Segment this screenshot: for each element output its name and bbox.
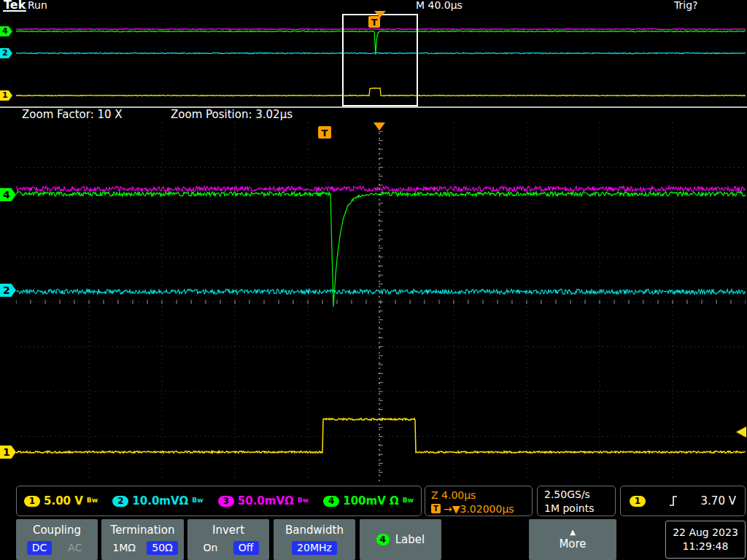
datetime-display: 22 Aug 2023 11:29:48 xyxy=(665,521,746,559)
ch2-readout[interactable]: 2 10.0mVΩ Bw xyxy=(112,494,203,508)
zoom-factor-readout: Zoom Factor: 10 X xyxy=(22,109,123,121)
coupling-dc-option[interactable]: DC xyxy=(27,541,53,555)
top-status-bar: Tek Run M 40.0µs Trig? xyxy=(0,0,747,12)
channel-readouts-box: 1 5.00 V Bw 2 10.0mVΩ Bw 3 50.0mVΩ Bw 4 … xyxy=(16,486,422,516)
coupling-button[interactable]: Coupling DC AC xyxy=(16,519,98,560)
acquisition-status: Run xyxy=(28,0,47,11)
more-button[interactable]: ▲ More xyxy=(529,519,616,560)
termination-1mohm-option[interactable]: 1MΩ xyxy=(107,541,141,555)
tek-logo: Tek xyxy=(3,0,26,12)
oscilloscope-screen: Tek Run M 40.0µs Trig? T 4 2 1 Zoom Fact… xyxy=(0,0,747,560)
ch1-position-marker[interactable]: 1 xyxy=(0,446,16,459)
zoom-center-marker[interactable] xyxy=(374,122,385,131)
ch4-badge: 4 xyxy=(323,496,339,507)
ch1-badge: 1 xyxy=(24,496,40,507)
ch4-trace xyxy=(16,192,746,307)
up-arrow-icon: ▲ xyxy=(570,529,576,536)
trigger-level-readout: 3.70 V xyxy=(701,494,736,508)
trigger-time-flag-label: T xyxy=(322,128,328,139)
ch2-scale: 10.0mVΩ xyxy=(132,494,188,508)
ch4-bandwidth-limit-icon: Bw xyxy=(403,497,414,504)
ch1-readout[interactable]: 1 5.00 V Bw xyxy=(24,494,98,508)
ch2-position-marker[interactable]: 2 xyxy=(0,284,16,297)
ch4-scale: 100mV Ω xyxy=(343,494,399,508)
ch3-scale: 50.0mVΩ xyxy=(238,494,294,508)
status-bar: 1 5.00 V Bw 2 10.0mVΩ Bw 3 50.0mVΩ Bw 4 … xyxy=(0,484,747,519)
invert-button[interactable]: Invert On Off xyxy=(187,519,269,560)
ch3-trace xyxy=(16,187,746,192)
invert-title: Invert xyxy=(187,524,269,537)
label-button[interactable]: 4 Label xyxy=(360,519,441,560)
trigger-source-badge: 1 xyxy=(630,496,646,507)
bandwidth-button[interactable]: Bandwidth 20MHz xyxy=(274,519,355,560)
coupling-ac-option[interactable]: AC xyxy=(63,541,87,555)
zoom-position-readout: Zoom Position: 3.02µs xyxy=(171,109,293,121)
invert-on-option[interactable]: On xyxy=(198,541,222,555)
ov-ch3-trace xyxy=(16,28,746,29)
overview-waveform-area: T xyxy=(0,11,747,109)
more-title: More xyxy=(559,537,586,551)
termination-button[interactable]: Termination 1MΩ 50Ω xyxy=(101,519,184,560)
overview-trigger-flag-label: T xyxy=(371,18,378,28)
zoom-scale-readout: Z 4.00µs xyxy=(431,489,476,501)
zoom-waveform-area: T xyxy=(16,122,746,481)
ch2-bandwidth-limit-icon: Bw xyxy=(192,497,203,504)
bottom-menu-bar: Coupling DC AC Termination 1MΩ 50Ω Inver… xyxy=(0,519,747,560)
ch3-readout[interactable]: 3 50.0mVΩ Bw xyxy=(218,494,309,508)
trigger-to-center-readout: →▼3.02000µs xyxy=(444,503,514,515)
main-timebase-readout: M 40.0µs xyxy=(416,0,462,11)
ch1-trace xyxy=(16,419,746,454)
sample-rate-readout: 2.50GS/s xyxy=(544,488,608,502)
trigger-icon: T xyxy=(431,504,441,513)
time-readout: 11:29:48 xyxy=(683,540,729,553)
termination-title: Termination xyxy=(101,524,184,537)
ch3-badge: 3 xyxy=(218,496,234,507)
ov-ch1-trace xyxy=(16,88,746,96)
rising-edge-icon xyxy=(668,494,678,508)
label-title: Label xyxy=(395,533,425,546)
ch3-bandwidth-limit-icon: Bw xyxy=(298,497,309,504)
ov-ch2-trace xyxy=(16,52,746,53)
acquisition-box: 2.50GS/s 1M points xyxy=(537,486,616,516)
invert-off-option[interactable]: Off xyxy=(233,541,259,555)
zoom-scale-box: Z 4.00µs T →▼3.02000µs xyxy=(425,486,533,516)
ch4-position-marker[interactable]: 4 xyxy=(0,188,16,201)
label-channel-badge: 4 xyxy=(376,534,390,545)
trigger-readout-box: 1 3.70 V xyxy=(620,486,746,516)
date-readout: 22 Aug 2023 xyxy=(673,526,738,540)
ch2-badge: 2 xyxy=(112,496,128,507)
termination-50ohm-option[interactable]: 50Ω xyxy=(147,541,178,555)
bandwidth-20mhz-option[interactable]: 20MHz xyxy=(292,541,337,555)
ch4-readout[interactable]: 4 100mV Ω Bw xyxy=(323,494,414,508)
coupling-title: Coupling xyxy=(16,524,98,537)
ov-ch4-trace xyxy=(16,31,746,55)
bandwidth-title: Bandwidth xyxy=(274,524,355,537)
ch1-bandwidth-limit-icon: Bw xyxy=(87,497,98,504)
ch1-scale: 5.00 V xyxy=(44,494,83,508)
record-length-readout: 1M points xyxy=(544,502,608,516)
trigger-status: Trig? xyxy=(674,0,697,11)
zoom-info-bar: Zoom Factor: 10 X Zoom Position: 3.02µs xyxy=(0,109,747,122)
